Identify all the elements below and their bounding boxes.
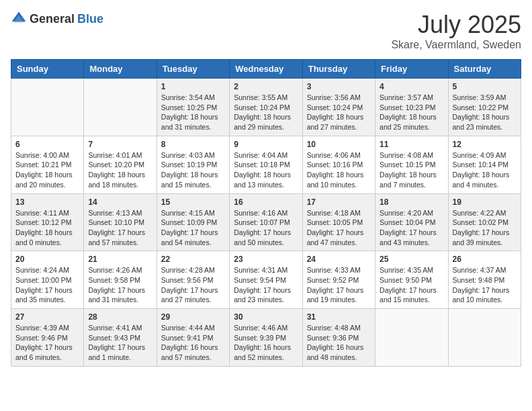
calendar-week-3: 20Sunrise: 4:24 AMSunset: 10:00 PMDaylig… — [11, 251, 521, 309]
calendar-cell: 9Sunrise: 4:04 AMSunset: 10:18 PMDayligh… — [230, 136, 302, 193]
day-number: 9 — [234, 140, 298, 149]
calendar-cell: 11Sunrise: 4:08 AMSunset: 10:15 PMDaylig… — [375, 136, 448, 193]
calendar-cell: 4Sunrise: 3:57 AMSunset: 10:23 PMDayligh… — [375, 79, 448, 136]
calendar-cell — [84, 79, 157, 136]
col-wednesday: Wednesday — [230, 60, 302, 79]
calendar-cell: 18Sunrise: 4:20 AMSunset: 10:04 PMDaylig… — [375, 193, 448, 251]
calendar-cell: 29Sunrise: 4:44 AMSunset: 9:41 PMDayligh… — [157, 309, 229, 367]
day-number: 2 — [234, 82, 298, 91]
calendar-cell: 24Sunrise: 4:33 AMSunset: 9:52 PMDayligh… — [302, 251, 375, 309]
day-info: Sunrise: 4:37 AMSunset: 9:48 PMDaylight:… — [453, 265, 517, 305]
day-info: Sunrise: 4:22 AMSunset: 10:02 PMDaylight… — [453, 208, 517, 248]
calendar-cell: 2Sunrise: 3:55 AMSunset: 10:24 PMDayligh… — [230, 79, 302, 136]
day-info: Sunrise: 4:01 AMSunset: 10:20 PMDaylight… — [88, 150, 152, 190]
title-block: July 2025 Skare, Vaermland, Sweden — [391, 11, 521, 51]
day-info: Sunrise: 4:24 AMSunset: 10:00 PMDaylight… — [15, 265, 79, 305]
day-number: 11 — [380, 140, 443, 149]
day-number: 16 — [234, 197, 298, 207]
day-number: 8 — [161, 140, 225, 149]
calendar-cell: 7Sunrise: 4:01 AMSunset: 10:20 PMDayligh… — [84, 136, 157, 193]
calendar-cell: 6Sunrise: 4:00 AMSunset: 10:21 PMDayligh… — [11, 136, 84, 193]
day-info: Sunrise: 4:18 AMSunset: 10:05 PMDaylight… — [307, 208, 371, 248]
day-info: Sunrise: 4:11 AMSunset: 10:12 PMDaylight… — [15, 208, 79, 248]
col-monday: Monday — [84, 60, 157, 79]
day-number: 3 — [307, 82, 371, 91]
page-header: GeneralBlue July 2025 Skare, Vaermland, … — [11, 11, 521, 51]
calendar-cell: 20Sunrise: 4:24 AMSunset: 10:00 PMDaylig… — [11, 251, 84, 309]
day-info: Sunrise: 4:44 AMSunset: 9:41 PMDaylight:… — [161, 323, 225, 363]
day-info: Sunrise: 3:55 AMSunset: 10:24 PMDaylight… — [234, 93, 298, 132]
day-number: 17 — [307, 197, 371, 207]
day-info: Sunrise: 4:03 AMSunset: 10:19 PMDaylight… — [161, 150, 225, 190]
calendar-cell: 26Sunrise: 4:37 AMSunset: 9:48 PMDayligh… — [448, 251, 521, 309]
calendar-cell: 23Sunrise: 4:31 AMSunset: 9:54 PMDayligh… — [230, 251, 302, 309]
calendar-cell: 27Sunrise: 4:39 AMSunset: 9:46 PMDayligh… — [11, 309, 84, 367]
day-info: Sunrise: 4:35 AMSunset: 9:50 PMDaylight:… — [380, 265, 443, 305]
day-info: Sunrise: 4:09 AMSunset: 10:14 PMDaylight… — [453, 150, 517, 190]
calendar-cell: 30Sunrise: 4:46 AMSunset: 9:39 PMDayligh… — [230, 309, 302, 367]
day-number: 31 — [307, 312, 371, 322]
logo-icon — [11, 11, 27, 27]
calendar-cell — [11, 79, 84, 136]
day-number: 14 — [88, 197, 152, 207]
calendar-cell: 28Sunrise: 4:41 AMSunset: 9:43 PMDayligh… — [84, 309, 157, 367]
calendar-cell — [375, 309, 448, 367]
day-info: Sunrise: 4:16 AMSunset: 10:07 PMDaylight… — [234, 208, 298, 248]
day-info: Sunrise: 3:57 AMSunset: 10:23 PMDaylight… — [380, 93, 443, 132]
day-info: Sunrise: 4:33 AMSunset: 9:52 PMDaylight:… — [307, 265, 371, 305]
day-info: Sunrise: 3:59 AMSunset: 10:22 PMDaylight… — [453, 93, 517, 132]
month-title: July 2025 — [391, 11, 521, 39]
day-info: Sunrise: 4:04 AMSunset: 10:18 PMDaylight… — [234, 150, 298, 190]
day-number: 26 — [453, 255, 517, 264]
day-info: Sunrise: 4:13 AMSunset: 10:10 PMDaylight… — [88, 208, 152, 248]
day-number: 10 — [307, 140, 371, 149]
col-thursday: Thursday — [302, 60, 375, 79]
calendar-table: Sunday Monday Tuesday Wednesday Thursday… — [11, 59, 521, 367]
day-info: Sunrise: 4:00 AMSunset: 10:21 PMDaylight… — [15, 150, 79, 190]
day-number: 21 — [88, 255, 152, 264]
col-tuesday: Tuesday — [157, 60, 229, 79]
day-number: 22 — [161, 255, 225, 264]
day-info: Sunrise: 3:54 AMSunset: 10:25 PMDaylight… — [161, 93, 225, 132]
day-number: 23 — [234, 255, 298, 264]
calendar-week-4: 27Sunrise: 4:39 AMSunset: 9:46 PMDayligh… — [11, 309, 521, 367]
day-info: Sunrise: 4:48 AMSunset: 9:36 PMDaylight:… — [307, 323, 371, 363]
calendar-cell: 17Sunrise: 4:18 AMSunset: 10:05 PMDaylig… — [302, 193, 375, 251]
day-info: Sunrise: 4:28 AMSunset: 9:56 PMDaylight:… — [161, 265, 225, 305]
day-number: 12 — [453, 140, 517, 149]
day-number: 19 — [453, 197, 517, 207]
day-info: Sunrise: 4:26 AMSunset: 9:58 PMDaylight:… — [88, 265, 152, 305]
calendar-cell: 15Sunrise: 4:15 AMSunset: 10:09 PMDaylig… — [157, 193, 229, 251]
calendar-cell: 13Sunrise: 4:11 AMSunset: 10:12 PMDaylig… — [11, 193, 84, 251]
calendar-cell: 22Sunrise: 4:28 AMSunset: 9:56 PMDayligh… — [157, 251, 229, 309]
day-info: Sunrise: 4:31 AMSunset: 9:54 PMDaylight:… — [234, 265, 298, 305]
day-number: 20 — [15, 255, 79, 264]
calendar-cell: 16Sunrise: 4:16 AMSunset: 10:07 PMDaylig… — [230, 193, 302, 251]
calendar-week-2: 13Sunrise: 4:11 AMSunset: 10:12 PMDaylig… — [11, 193, 521, 251]
calendar-cell: 19Sunrise: 4:22 AMSunset: 10:02 PMDaylig… — [448, 193, 521, 251]
day-number: 25 — [380, 255, 443, 264]
calendar-cell: 5Sunrise: 3:59 AMSunset: 10:22 PMDayligh… — [448, 79, 521, 136]
calendar-week-0: 1Sunrise: 3:54 AMSunset: 10:25 PMDayligh… — [11, 79, 521, 136]
day-info: Sunrise: 4:08 AMSunset: 10:15 PMDaylight… — [380, 150, 443, 190]
col-friday: Friday — [375, 60, 448, 79]
day-number: 27 — [15, 312, 79, 322]
location-title: Skare, Vaermland, Sweden — [391, 39, 521, 51]
day-info: Sunrise: 4:20 AMSunset: 10:04 PMDaylight… — [380, 208, 443, 248]
calendar-cell: 31Sunrise: 4:48 AMSunset: 9:36 PMDayligh… — [302, 309, 375, 367]
calendar-cell: 1Sunrise: 3:54 AMSunset: 10:25 PMDayligh… — [157, 79, 229, 136]
day-number: 15 — [161, 197, 225, 207]
col-sunday: Sunday — [11, 60, 84, 79]
day-number: 18 — [380, 197, 443, 207]
day-number: 13 — [15, 197, 79, 207]
day-info: Sunrise: 4:06 AMSunset: 10:16 PMDaylight… — [307, 150, 371, 190]
day-info: Sunrise: 4:46 AMSunset: 9:39 PMDaylight:… — [234, 323, 298, 363]
col-saturday: Saturday — [448, 60, 521, 79]
calendar-cell: 21Sunrise: 4:26 AMSunset: 9:58 PMDayligh… — [84, 251, 157, 309]
calendar-cell: 8Sunrise: 4:03 AMSunset: 10:19 PMDayligh… — [157, 136, 229, 193]
calendar-cell: 14Sunrise: 4:13 AMSunset: 10:10 PMDaylig… — [84, 193, 157, 251]
day-info: Sunrise: 3:56 AMSunset: 10:24 PMDaylight… — [307, 93, 371, 132]
day-number: 4 — [380, 82, 443, 91]
day-info: Sunrise: 4:41 AMSunset: 9:43 PMDaylight:… — [88, 323, 152, 363]
day-info: Sunrise: 4:39 AMSunset: 9:46 PMDaylight:… — [15, 323, 79, 363]
